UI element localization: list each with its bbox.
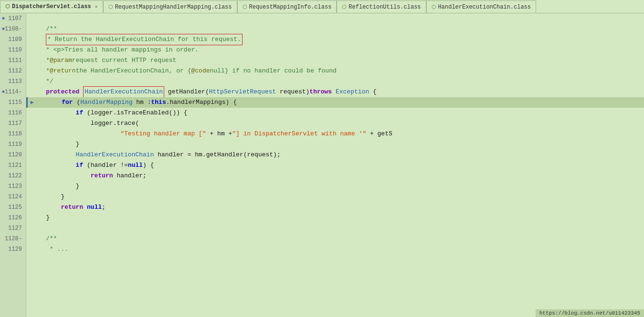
code-line-1116: if (logger.isTraceEnabled()) {	[26, 108, 644, 118]
code-token: (handler !=	[83, 160, 128, 171]
code-line-1111: * @param request current HTTP request	[26, 55, 644, 66]
code-token: request current HTTP request	[72, 55, 176, 66]
code-token	[83, 202, 87, 213]
line-num-1115: 1115	[0, 97, 26, 108]
code-line-1122: return handler;	[26, 171, 644, 181]
line-num-1127: 1127	[0, 223, 26, 234]
code-token: request)	[276, 87, 309, 97]
code-token: null	[87, 202, 102, 213]
status-bar: https://blog.csdn.net/u011423345	[536, 309, 644, 317]
line-num-1121: 1121	[0, 160, 26, 171]
code-outlined-text: * Return the HandlerExecutionChain for t…	[46, 34, 243, 45]
code-token: the HandlerExecutionChain, or {	[76, 66, 191, 76]
code-line-1108: /**	[26, 24, 644, 34]
code-token: *	[31, 66, 50, 76]
code-line-1121: if (handler != null ) {	[26, 160, 644, 171]
code-token: null} if no handler could be found	[210, 66, 337, 76]
code-token: HandlerExecutionChain	[31, 150, 154, 160]
code-token: {	[369, 87, 377, 97]
code-token: /**	[31, 234, 57, 244]
line-num-1114: 1114-	[0, 87, 26, 97]
tab-requestinfo[interactable]: ⬡ RequestMappingInfo.class	[237, 0, 337, 13]
code-token: for	[36, 97, 73, 108]
line-num-1111: 1111	[0, 55, 26, 66]
code-token: (	[73, 97, 81, 108]
tab-handlerchain[interactable]: ⬡ HandlerExecutionChain.class	[426, 0, 536, 13]
code-token: }	[31, 192, 64, 202]
code-line-1129: * ...	[26, 244, 644, 255]
code-token: .handlerMappings) {	[166, 97, 237, 108]
code-line-1109: * Return the HandlerExecutionChain for t…	[26, 34, 644, 45]
close-icon[interactable]: ✕	[95, 4, 98, 10]
code-token: HttpServletRequest	[209, 87, 276, 97]
code-token: /**	[31, 24, 57, 34]
code-outlined-type: HandlerExecutionChain	[83, 86, 164, 98]
class-icon-4: ⬡	[342, 4, 347, 10]
code-line-1119: }	[26, 139, 644, 150]
code-line-1128: /**	[26, 234, 644, 244]
code-line-1113: */	[26, 76, 644, 87]
code-token: }	[31, 213, 50, 223]
tab-dispatcher[interactable]: ⬡ DispatcherServlet.class ✕	[0, 0, 103, 13]
line-num-1123: 1123	[0, 181, 26, 192]
status-url: https://blog.csdn.net/u011423345	[539, 310, 640, 316]
line-num-1129: 1129	[0, 244, 26, 255]
code-token: * ...	[31, 244, 68, 255]
code-line-1117: logger.trace(	[26, 118, 644, 129]
code-token: return	[31, 171, 113, 181]
code-token: "Testing handler map ["	[120, 129, 206, 139]
code-token: }	[31, 139, 79, 150]
line-num-1109: 1109	[0, 34, 26, 45]
code-token: this	[151, 97, 166, 108]
line-num-1117: 1117	[0, 118, 26, 129]
code-token: "] in DispatcherServlet with name '"	[232, 129, 366, 139]
line-num-1122: 1122	[0, 171, 26, 181]
code-area[interactable]: /** * Return the HandlerExecutionChain f…	[26, 13, 644, 317]
code-container: 1107 1108- 1109 1110 1111 1112 1113 1114…	[0, 13, 644, 317]
code-token: logger.trace(	[31, 118, 139, 129]
tab-label-handlerchain: HandlerExecutionChain.class	[438, 4, 531, 10]
code-line-1115: ▶ for ( HandlerMapping hm : this .handle…	[26, 97, 644, 108]
line-num-1116: 1116	[0, 108, 26, 118]
code-line-1112: * @return the HandlerExecutionChain, or …	[26, 66, 644, 76]
code-token: @return	[50, 66, 76, 76]
tab-label-requestmapping: RequestMappingHandlerMapping.class	[115, 4, 232, 10]
code-line-1107	[26, 13, 644, 24]
code-token: HandlerMapping	[80, 97, 132, 108]
code-token: @param	[50, 55, 72, 66]
code-token	[332, 87, 336, 97]
line-num-1113: 1113	[0, 76, 26, 87]
class-icon-5: ⬡	[432, 4, 436, 10]
code-token: Exception	[336, 87, 369, 97]
code-line-1114: protected HandlerExecutionChain getHandl…	[26, 87, 644, 97]
code-token: if	[31, 108, 83, 118]
code-token: protected	[31, 87, 79, 97]
code-token: + getS	[366, 129, 392, 139]
code-token: + hm +	[206, 129, 232, 139]
code-token: if	[31, 160, 83, 171]
code-token: }	[31, 181, 79, 192]
code-line-1123: }	[26, 181, 644, 192]
code-token: *	[31, 55, 50, 66]
code-line-1118: "Testing handler map [" + hm + "] in Dis…	[26, 129, 644, 139]
code-line-1126: }	[26, 213, 644, 223]
code-token: getHandler(	[164, 87, 209, 97]
code-token: handler;	[113, 171, 147, 181]
tab-requestmapping[interactable]: ⬡ RequestMappingHandlerMapping.class	[103, 0, 237, 13]
code-line-1120: HandlerExecutionChain handler = hm.getHa…	[26, 150, 644, 160]
line-num-1107: 1107	[0, 13, 26, 24]
code-token: */	[31, 76, 53, 87]
code-line-1110: * <p>Tries all handler mappings in order…	[26, 45, 644, 55]
code-token	[31, 34, 46, 45]
code-token: @code	[191, 66, 210, 76]
code-token: return	[31, 202, 83, 213]
line-num-1125: 1125	[0, 202, 26, 213]
line-num-1119: 1119	[0, 139, 26, 150]
line-num-1110: 1110	[0, 45, 26, 55]
code-line-1125: return null ;	[26, 202, 644, 213]
code-token: (logger.isTraceEnabled()) {	[83, 108, 187, 118]
class-icon-3: ⬡	[243, 4, 247, 10]
code-token: ;	[102, 202, 106, 213]
tab-reflection[interactable]: ⬡ ReflectionUtils.class	[337, 0, 426, 13]
tab-label-reflection: ReflectionUtils.class	[348, 4, 421, 10]
